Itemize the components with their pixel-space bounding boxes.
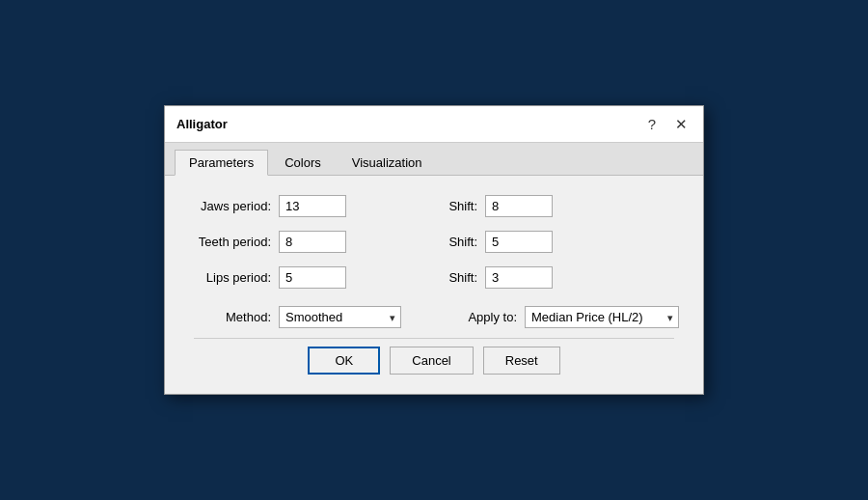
jaws-period-row: Jaws period: xyxy=(194,195,424,217)
teeth-shift-row: Shift: xyxy=(444,231,674,253)
jaws-period-label: Jaws period: xyxy=(194,199,271,213)
title-bar-controls: ? ✕ xyxy=(644,114,692,134)
lips-shift-label: Shift: xyxy=(444,270,477,285)
teeth-period-row: Teeth period: xyxy=(194,231,424,253)
jaws-shift-label: Shift: xyxy=(444,199,477,213)
dialog-title-group: Alligator xyxy=(176,117,228,131)
parameters-grid: Jaws period: Shift: Teeth period: Shift:… xyxy=(194,195,674,289)
method-apply-row: Method: Simple Exponential Smoothed Line… xyxy=(194,306,674,328)
tab-parameters[interactable]: Parameters xyxy=(175,150,268,176)
teeth-shift-input[interactable] xyxy=(485,231,553,253)
method-group: Method: Simple Exponential Smoothed Line… xyxy=(194,306,401,328)
help-button[interactable]: ? xyxy=(644,114,660,134)
jaws-shift-row: Shift: xyxy=(444,195,674,217)
ok-button[interactable]: OK xyxy=(308,347,380,375)
teeth-shift-label: Shift: xyxy=(444,235,477,249)
dialog-window: Alligator ? ✕ Parameters Colors Visualiz… xyxy=(164,105,704,395)
lips-shift-row: Shift: xyxy=(444,266,674,289)
method-select-wrapper: Simple Exponential Smoothed Linear Weigh… xyxy=(279,306,401,328)
apply-to-select[interactable]: Close Open High Low Median Price (HL/2) … xyxy=(525,306,679,328)
teeth-period-input[interactable] xyxy=(279,231,346,253)
tab-colors[interactable]: Colors xyxy=(270,150,336,176)
dialog-title: Alligator xyxy=(176,117,228,131)
apply-to-label: Apply to: xyxy=(440,310,517,324)
lips-period-label: Lips period: xyxy=(194,270,271,285)
buttons-row: OK Cancel Reset xyxy=(194,338,674,378)
cancel-button[interactable]: Cancel xyxy=(390,347,473,375)
method-select[interactable]: Simple Exponential Smoothed Linear Weigh… xyxy=(279,306,401,328)
close-button[interactable]: ✕ xyxy=(671,115,692,133)
lips-period-input[interactable] xyxy=(279,266,346,289)
apply-to-group: Apply to: Close Open High Low Median Pri… xyxy=(440,306,679,328)
tab-content-parameters: Jaws period: Shift: Teeth period: Shift:… xyxy=(165,176,703,394)
method-label: Method: xyxy=(194,310,271,324)
title-bar: Alligator ? ✕ xyxy=(165,106,703,143)
tab-bar: Parameters Colors Visualization xyxy=(165,143,703,176)
apply-to-select-wrapper: Close Open High Low Median Price (HL/2) … xyxy=(525,306,679,328)
tab-visualization[interactable]: Visualization xyxy=(338,150,437,176)
teeth-period-label: Teeth period: xyxy=(194,235,271,249)
lips-shift-input[interactable] xyxy=(485,266,553,289)
reset-button[interactable]: Reset xyxy=(483,347,560,375)
jaws-period-input[interactable] xyxy=(279,195,346,217)
lips-period-row: Lips period: xyxy=(194,266,424,289)
jaws-shift-input[interactable] xyxy=(485,195,553,217)
